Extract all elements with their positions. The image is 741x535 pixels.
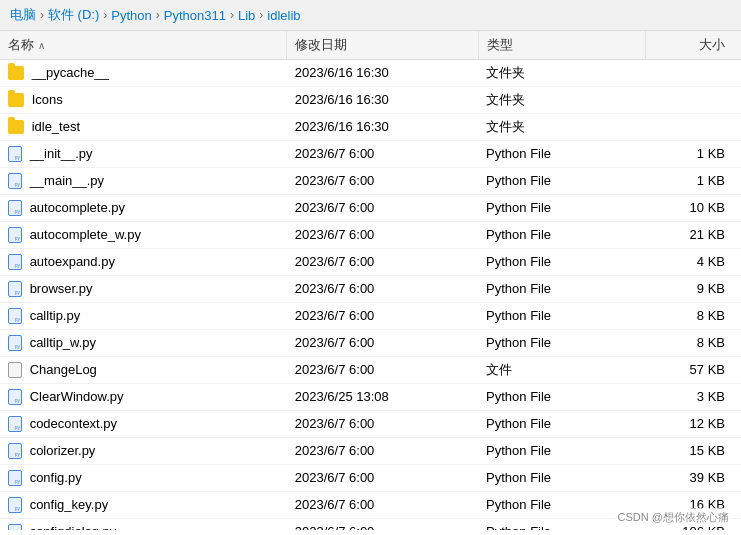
python-file-icon <box>8 281 22 297</box>
cell-date: 2023/6/7 6:00 <box>287 438 478 465</box>
col-header-name[interactable]: 名称 ∧ <box>0 31 287 60</box>
breadcrumb-item-0[interactable]: 电脑 <box>10 6 36 24</box>
table-row[interactable]: codecontext.py 2023/6/7 6:00 Python File… <box>0 411 741 438</box>
cell-date: 2023/6/16 16:30 <box>287 87 478 114</box>
file-name: autocomplete.py <box>30 200 125 215</box>
file-name: autoexpand.py <box>30 254 115 269</box>
cell-date: 2023/6/7 6:00 <box>287 303 478 330</box>
cell-date: 2023/6/7 6:00 <box>287 168 478 195</box>
breadcrumb-item-1[interactable]: 软件 (D:) <box>48 6 99 24</box>
file-name: __main__.py <box>30 173 104 188</box>
cell-size: 21 KB <box>645 222 741 249</box>
cell-type: Python File <box>478 249 645 276</box>
cell-size: 57 KB <box>645 357 741 384</box>
table-row[interactable]: ChangeLog 2023/6/7 6:00 文件 57 KB <box>0 357 741 384</box>
cell-date: 2023/6/7 6:00 <box>287 465 478 492</box>
folder-icon <box>8 93 24 107</box>
breadcrumb-item-5[interactable]: idlelib <box>267 8 300 23</box>
cell-name: calltip_w.py <box>0 330 287 357</box>
cell-type: Python File <box>478 141 645 168</box>
cell-date: 2023/6/7 6:00 <box>287 492 478 519</box>
table-row[interactable]: __pycache__ 2023/6/16 16:30 文件夹 <box>0 60 741 87</box>
table-row[interactable]: autocomplete.py 2023/6/7 6:00 Python Fil… <box>0 195 741 222</box>
folder-icon <box>8 66 24 80</box>
cell-type: Python File <box>478 276 645 303</box>
cell-size: 3 KB <box>645 384 741 411</box>
table-row[interactable]: browser.py 2023/6/7 6:00 Python File 9 K… <box>0 276 741 303</box>
cell-name: autocomplete.py <box>0 195 287 222</box>
file-name: configdialog.py <box>30 524 117 530</box>
cell-size: 9 KB <box>645 276 741 303</box>
table-row[interactable]: config.py 2023/6/7 6:00 Python File 39 K… <box>0 465 741 492</box>
file-name: calltip_w.py <box>30 335 96 350</box>
cell-name: calltip.py <box>0 303 287 330</box>
python-file-icon <box>8 146 22 162</box>
folder-icon <box>8 120 24 134</box>
table-row[interactable]: autocomplete_w.py 2023/6/7 6:00 Python F… <box>0 222 741 249</box>
cell-name: __init__.py <box>0 141 287 168</box>
breadcrumb-item-3[interactable]: Python311 <box>164 8 226 23</box>
cell-name: idle_test <box>0 114 287 141</box>
python-file-icon <box>8 416 22 432</box>
cell-date: 2023/6/7 6:00 <box>287 519 478 531</box>
cell-size: 1 KB <box>645 168 741 195</box>
file-name: __pycache__ <box>32 65 109 80</box>
table-row[interactable]: Icons 2023/6/16 16:30 文件夹 <box>0 87 741 114</box>
cell-size <box>645 87 741 114</box>
cell-type: Python File <box>478 465 645 492</box>
cell-size: 4 KB <box>645 249 741 276</box>
table-row[interactable]: __init__.py 2023/6/7 6:00 Python File 1 … <box>0 141 741 168</box>
file-name: __init__.py <box>30 146 93 161</box>
breadcrumb: 电脑 › 软件 (D:) › Python › Python311 › Lib … <box>0 0 741 31</box>
cell-type: 文件夹 <box>478 87 645 114</box>
python-file-icon <box>8 335 22 351</box>
cell-name: __pycache__ <box>0 60 287 87</box>
python-file-icon <box>8 308 22 324</box>
file-name: autocomplete_w.py <box>30 227 141 242</box>
file-table-container: 名称 ∧ 修改日期 类型 大小 __pycache__ 2023/6/16 16… <box>0 31 741 530</box>
table-row[interactable]: idle_test 2023/6/16 16:30 文件夹 <box>0 114 741 141</box>
cell-name: browser.py <box>0 276 287 303</box>
breadcrumb-item-2[interactable]: Python <box>111 8 151 23</box>
cell-type: 文件 <box>478 357 645 384</box>
generic-file-icon <box>8 362 22 378</box>
table-row[interactable]: ClearWindow.py 2023/6/25 13:08 Python Fi… <box>0 384 741 411</box>
cell-name: ChangeLog <box>0 357 287 384</box>
cell-size: 8 KB <box>645 303 741 330</box>
cell-size: 10 KB <box>645 195 741 222</box>
cell-name: autoexpand.py <box>0 249 287 276</box>
cell-type: Python File <box>478 438 645 465</box>
table-row[interactable]: autoexpand.py 2023/6/7 6:00 Python File … <box>0 249 741 276</box>
col-header-type[interactable]: 类型 <box>478 31 645 60</box>
file-name: idle_test <box>32 119 80 134</box>
cell-type: Python File <box>478 195 645 222</box>
table-row[interactable]: calltip.py 2023/6/7 6:00 Python File 8 K… <box>0 303 741 330</box>
table-header-row: 名称 ∧ 修改日期 类型 大小 <box>0 31 741 60</box>
col-header-date[interactable]: 修改日期 <box>287 31 478 60</box>
cell-name: configdialog.py <box>0 519 287 531</box>
python-file-icon <box>8 173 22 189</box>
cell-type: Python File <box>478 330 645 357</box>
breadcrumb-item-4[interactable]: Lib <box>238 8 255 23</box>
python-file-icon <box>8 470 22 486</box>
breadcrumb-sep-0: › <box>40 8 44 22</box>
python-file-icon <box>8 497 22 513</box>
col-header-size[interactable]: 大小 <box>645 31 741 60</box>
cell-size: 39 KB <box>645 465 741 492</box>
cell-size: 12 KB <box>645 411 741 438</box>
table-row[interactable]: __main__.py 2023/6/7 6:00 Python File 1 … <box>0 168 741 195</box>
breadcrumb-sep-3: › <box>230 8 234 22</box>
sort-arrow-name: ∧ <box>38 40 45 51</box>
cell-date: 2023/6/7 6:00 <box>287 249 478 276</box>
cell-name: codecontext.py <box>0 411 287 438</box>
file-name: config_key.py <box>30 497 109 512</box>
python-file-icon <box>8 443 22 459</box>
table-body: __pycache__ 2023/6/16 16:30 文件夹 Icons 20… <box>0 60 741 531</box>
cell-date: 2023/6/7 6:00 <box>287 330 478 357</box>
file-name: codecontext.py <box>30 416 117 431</box>
cell-type: Python File <box>478 384 645 411</box>
table-row[interactable]: calltip_w.py 2023/6/7 6:00 Python File 8… <box>0 330 741 357</box>
table-row[interactable]: colorizer.py 2023/6/7 6:00 Python File 1… <box>0 438 741 465</box>
file-name: config.py <box>30 470 82 485</box>
cell-name: config_key.py <box>0 492 287 519</box>
